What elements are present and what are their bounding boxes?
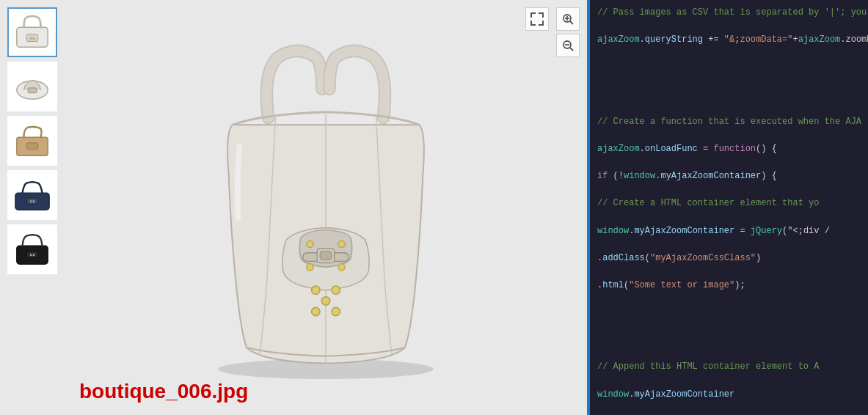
svg-point-31 bbox=[340, 242, 344, 246]
svg-line-17 bbox=[570, 21, 573, 24]
svg-point-41 bbox=[323, 298, 329, 304]
svg-point-43 bbox=[313, 309, 318, 315]
svg-point-37 bbox=[313, 287, 318, 293]
svg-point-45 bbox=[333, 309, 339, 315]
thumbnail-4[interactable] bbox=[7, 170, 57, 220]
svg-rect-1 bbox=[26, 34, 37, 42]
code-panel: // Pass images as CSV that is separated … bbox=[587, 0, 868, 415]
svg-point-3 bbox=[32, 37, 35, 40]
svg-point-14 bbox=[30, 254, 32, 256]
svg-point-35 bbox=[340, 265, 344, 269]
main-image-area: boutique_006.jpg bbox=[65, 0, 587, 415]
thumbnail-5[interactable] bbox=[7, 224, 57, 274]
svg-point-15 bbox=[32, 254, 34, 256]
svg-point-29 bbox=[308, 242, 313, 246]
svg-rect-9 bbox=[26, 198, 37, 205]
svg-point-39 bbox=[333, 287, 339, 293]
svg-point-11 bbox=[32, 200, 34, 202]
thumbnail-3[interactable] bbox=[7, 116, 57, 166]
svg-point-2 bbox=[29, 37, 32, 40]
zoom-controls bbox=[556, 7, 580, 57]
svg-rect-13 bbox=[26, 251, 37, 258]
thumbnail-2[interactable] bbox=[7, 62, 57, 111]
filename-label: boutique_006.jpg bbox=[79, 380, 248, 403]
svg-point-33 bbox=[308, 265, 313, 269]
thumbnail-1[interactable] bbox=[7, 7, 57, 57]
thumbnail-strip bbox=[0, 0, 65, 415]
zoom-out-button[interactable] bbox=[556, 34, 580, 57]
svg-rect-27 bbox=[320, 251, 332, 260]
svg-line-21 bbox=[570, 48, 573, 51]
zoom-in-button[interactable] bbox=[556, 7, 580, 31]
image-viewer: boutique_006.jpg bbox=[0, 0, 587, 415]
svg-rect-5 bbox=[28, 88, 37, 93]
expand-button[interactable] bbox=[525, 7, 549, 31]
main-bag-image bbox=[172, 32, 480, 383]
svg-rect-7 bbox=[26, 143, 37, 150]
svg-point-10 bbox=[30, 200, 32, 202]
code-content: // Pass images as CSV that is separated … bbox=[587, 0, 868, 415]
